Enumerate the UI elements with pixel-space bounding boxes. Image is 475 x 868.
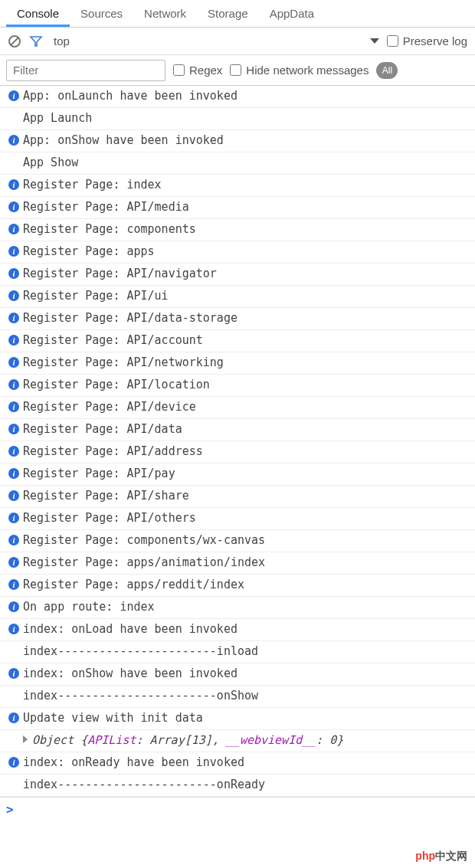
log-row[interactable]: iRegister Page: API/location	[0, 375, 475, 397]
regex-toggle[interactable]: Regex	[173, 64, 222, 77]
info-icon: i	[8, 712, 19, 723]
log-message: Register Page: API/pay	[23, 467, 470, 480]
log-gutter: i	[5, 222, 23, 234]
hide-network-checkbox[interactable]	[230, 64, 241, 76]
log-gutter: i	[5, 444, 23, 457]
hide-network-label: Hide network messages	[246, 64, 369, 77]
console-prompt[interactable]: >	[0, 797, 475, 821]
caret-down-icon[interactable]	[370, 38, 379, 44]
log-gutter	[5, 733, 23, 735]
log-row[interactable]: index-----------------------inload	[0, 641, 475, 663]
log-row[interactable]: iRegister Page: API/data-storage	[0, 308, 475, 330]
filter-icon[interactable]	[29, 34, 43, 48]
log-row[interactable]: iRegister Page: API/device	[0, 397, 475, 419]
info-icon: i	[8, 357, 19, 368]
log-row[interactable]: iindex: onReady have been invoked	[0, 752, 475, 775]
log-row[interactable]: iindex: onLoad have been invoked	[0, 619, 475, 641]
log-gutter: i	[5, 578, 23, 590]
info-icon: i	[8, 668, 19, 679]
level-all-pill[interactable]: All	[376, 62, 398, 79]
log-row[interactable]: App Launch	[0, 108, 475, 130]
watermark-p2: 中文网	[435, 850, 467, 862]
tab-console[interactable]: Console	[6, 1, 70, 27]
log-row[interactable]: iOn app route: index	[0, 597, 475, 619]
filter-input[interactable]	[6, 60, 165, 81]
log-message: Register Page: API/networking	[23, 355, 470, 369]
info-icon: i	[8, 224, 19, 234]
log-row[interactable]: iRegister Page: API/account	[0, 330, 475, 352]
log-message: App Launch	[23, 111, 470, 125]
log-gutter: i	[5, 555, 23, 568]
log-row[interactable]: iRegister Page: API/share	[0, 486, 475, 508]
log-row[interactable]: iRegister Page: API/data	[0, 419, 475, 441]
log-gutter: i	[5, 311, 23, 323]
log-row[interactable]: iRegister Page: API/address	[0, 441, 475, 463]
filter-bar: Regex Hide network messages All	[0, 55, 475, 86]
log-row[interactable]: iRegister Page: API/others	[0, 508, 475, 530]
log-row[interactable]: index-----------------------onReady	[0, 775, 475, 797]
preserve-log-toggle[interactable]: Preserve log	[387, 34, 467, 47]
log-message: Register Page: index	[23, 178, 470, 192]
log-row[interactable]: iApp: onShow have been invoked	[0, 130, 475, 152]
log-message: Register Page: API/others	[23, 511, 470, 525]
log-row[interactable]: iindex: onShow have been invoked	[0, 663, 475, 686]
log-row[interactable]: iRegister Page: API/pay	[0, 463, 475, 486]
log-message: Register Page: API/media	[23, 200, 470, 214]
context-label: top	[54, 34, 70, 47]
log-row[interactable]: iRegister Page: apps/animation/index	[0, 552, 475, 575]
log-message: Register Page: components	[23, 222, 470, 236]
svg-line-1	[11, 38, 18, 45]
regex-checkbox[interactable]	[173, 64, 185, 76]
clear-console-icon[interactable]	[8, 34, 21, 48]
log-gutter: i	[5, 289, 23, 301]
log-row[interactable]: iUpdate view with init data	[0, 708, 475, 730]
log-row[interactable]: index-----------------------onShow	[0, 686, 475, 708]
info-icon: i	[8, 313, 19, 323]
tab-sources[interactable]: Sources	[70, 1, 133, 27]
log-gutter: i	[5, 489, 23, 501]
log-row[interactable]: iApp: onLaunch have been invoked	[0, 86, 475, 108]
info-icon: i	[8, 557, 19, 568]
expand-arrow-icon[interactable]	[23, 735, 28, 743]
preserve-log-label: Preserve log	[403, 34, 467, 47]
preserve-log-checkbox[interactable]	[387, 35, 398, 47]
log-gutter: i	[5, 267, 23, 279]
log-message: Register Page: API/address	[23, 444, 470, 458]
log-message: App: onShow have been invoked	[23, 133, 470, 147]
log-message: App Show	[23, 156, 470, 169]
log-gutter: i	[5, 400, 23, 412]
log-message: index-----------------------onShow	[23, 689, 470, 703]
log-message: Register Page: API/navigator	[23, 267, 470, 280]
log-row[interactable]: iRegister Page: index	[0, 175, 475, 197]
info-icon: i	[8, 535, 19, 545]
log-row[interactable]: iRegister Page: API/media	[0, 197, 475, 219]
tab-appdata[interactable]: AppData	[259, 1, 325, 27]
log-message: index: onLoad have been invoked	[23, 622, 470, 636]
log-row[interactable]: App Show	[0, 152, 475, 175]
context-selector[interactable]: top	[51, 34, 70, 47]
hide-network-toggle[interactable]: Hide network messages	[230, 64, 369, 77]
log-row[interactable]: iRegister Page: apps/reddit/index	[0, 575, 475, 597]
log-row[interactable]: iRegister Page: API/networking	[0, 352, 475, 375]
info-icon: i	[8, 90, 19, 101]
log-row[interactable]: Object {APIList: Array[13], __webviewId_…	[0, 730, 475, 752]
log-gutter: i	[5, 533, 23, 545]
info-icon: i	[8, 424, 19, 434]
log-row[interactable]: iRegister Page: apps	[0, 241, 475, 264]
log-message: Register Page: apps/reddit/index	[23, 578, 470, 591]
tab-network[interactable]: Network	[133, 1, 197, 27]
prompt-chevron-icon: >	[6, 802, 14, 817]
info-icon: i	[8, 490, 19, 501]
tab-storage[interactable]: Storage	[197, 1, 259, 27]
log-gutter	[5, 778, 23, 779]
log-row[interactable]: iRegister Page: API/navigator	[0, 264, 475, 286]
log-row[interactable]: iRegister Page: components/wx-canvas	[0, 530, 475, 552]
info-icon: i	[8, 513, 19, 523]
log-row[interactable]: iRegister Page: components	[0, 219, 475, 241]
log-gutter: i	[5, 378, 23, 390]
log-gutter: i	[5, 200, 23, 212]
log-gutter: i	[5, 667, 23, 679]
log-message: Register Page: API/share	[23, 489, 470, 503]
log-row[interactable]: iRegister Page: API/ui	[0, 286, 475, 308]
info-icon: i	[8, 246, 19, 257]
